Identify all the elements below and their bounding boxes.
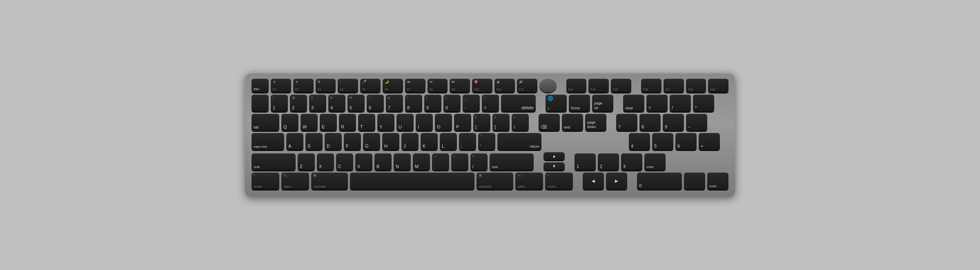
- key-backspace-fn[interactable]: ⌫: [539, 114, 560, 131]
- key-command-right[interactable]: ⌘ command: [477, 173, 513, 190]
- key-f[interactable]: F: [344, 133, 361, 150]
- key-2[interactable]: @ 2: [290, 95, 307, 112]
- key-num-8[interactable]: 8: [639, 114, 661, 131]
- key-command-left[interactable]: ⌘ command: [311, 173, 348, 190]
- key-p[interactable]: P: [454, 114, 471, 131]
- key-f2[interactable]: ☀ F2: [293, 79, 314, 93]
- key-end[interactable]: end: [562, 114, 583, 131]
- key-3[interactable]: # 3: [309, 95, 326, 112]
- key-y[interactable]: Y: [377, 114, 394, 131]
- key-num-dot[interactable]: .: [684, 173, 705, 190]
- key-f18[interactable]: F18: [686, 79, 706, 93]
- key-arrow-down[interactable]: ▼: [543, 162, 565, 170]
- key-n[interactable]: N: [394, 153, 411, 170]
- key-num-enter[interactable]: enter: [644, 153, 666, 170]
- key-9[interactable]: ( 9: [424, 95, 441, 112]
- key-0[interactable]: ) 0: [443, 95, 461, 112]
- key-k[interactable]: K: [421, 133, 438, 150]
- key-space[interactable]: [350, 173, 474, 190]
- key-minus[interactable]: _ -: [463, 95, 480, 112]
- key-num-2[interactable]: 2: [598, 153, 619, 170]
- key-f1[interactable]: ☀ F1: [271, 79, 291, 93]
- key-num-asterisk[interactable]: *: [693, 95, 714, 112]
- key-num-1[interactable]: 1: [575, 153, 596, 170]
- key-num-slash[interactable]: /: [670, 95, 691, 112]
- key-num-equals[interactable]: =: [646, 95, 668, 112]
- key-backtick[interactable]: ~ `: [252, 95, 269, 112]
- key-8[interactable]: * 8: [405, 95, 422, 112]
- key-b[interactable]: B: [374, 153, 392, 170]
- key-5[interactable]: % 5: [347, 95, 365, 112]
- key-backslash[interactable]: | \: [512, 114, 529, 131]
- key-1[interactable]: ! 1: [271, 95, 288, 112]
- key-shift-right[interactable]: shift: [490, 153, 534, 170]
- key-return[interactable]: return: [497, 133, 541, 150]
- key-pageup[interactable]: pageup: [592, 95, 613, 112]
- key-f19[interactable]: F19: [708, 79, 728, 93]
- key-home[interactable]: home: [569, 95, 590, 112]
- key-arrow-left[interactable]: ◀: [583, 173, 604, 190]
- key-d[interactable]: D: [325, 133, 342, 150]
- key-arrow-right[interactable]: ▶: [606, 173, 627, 190]
- key-tab[interactable]: tab: [252, 114, 279, 131]
- key-num-9[interactable]: 9: [663, 114, 684, 131]
- key-z[interactable]: Z: [298, 153, 315, 170]
- key-semicolon[interactable]: : ;: [459, 133, 476, 150]
- key-globe[interactable]: 🌐 fn: [546, 95, 567, 112]
- key-f17[interactable]: F17: [664, 79, 684, 93]
- key-v[interactable]: V: [355, 153, 372, 170]
- key-a[interactable]: A: [286, 133, 303, 150]
- key-g[interactable]: G: [363, 133, 380, 150]
- key-arrow-up[interactable]: ▲: [543, 152, 565, 160]
- key-t[interactable]: T: [358, 114, 375, 131]
- key-num-enter-bottom[interactable]: enter: [707, 173, 728, 190]
- key-num-0[interactable]: 0: [637, 173, 682, 190]
- key-equals[interactable]: + =: [482, 95, 499, 112]
- key-f9[interactable]: ⏭ F9: [450, 79, 470, 93]
- key-f15[interactable]: F15: [611, 79, 631, 93]
- key-power[interactable]: [539, 79, 557, 93]
- key-6[interactable]: ^ 6: [367, 95, 384, 112]
- key-m[interactable]: M: [413, 153, 430, 170]
- key-r[interactable]: R: [339, 114, 356, 131]
- key-f11[interactable]: 🔉 F11: [494, 79, 515, 93]
- key-o[interactable]: O: [435, 114, 452, 131]
- key-shift-left[interactable]: shift: [252, 153, 296, 170]
- key-f4[interactable]: ⌕ F4: [338, 79, 358, 93]
- key-f13[interactable]: F13: [566, 79, 587, 93]
- key-f16[interactable]: F16: [641, 79, 662, 93]
- key-e[interactable]: E: [320, 114, 337, 131]
- key-lbracket[interactable]: { [: [473, 114, 490, 131]
- key-f7[interactable]: ⏮ F7: [405, 79, 425, 93]
- key-num-7[interactable]: 7: [616, 114, 637, 131]
- key-f8[interactable]: ⏯ F8: [428, 79, 448, 93]
- key-quote[interactable]: " ': [478, 133, 495, 150]
- key-s[interactable]: S: [305, 133, 323, 150]
- key-clear[interactable]: clear: [623, 95, 644, 112]
- key-i[interactable]: I: [416, 114, 433, 131]
- key-option-left[interactable]: ⌥ option: [281, 173, 309, 190]
- key-c[interactable]: C: [336, 153, 353, 170]
- key-f10[interactable]: 🔇 F10: [472, 79, 492, 93]
- key-num-minus[interactable]: −: [686, 114, 707, 131]
- key-esc[interactable]: esc: [252, 79, 269, 93]
- key-f5[interactable]: 🎤 F5: [360, 79, 381, 93]
- key-w[interactable]: W: [301, 114, 318, 131]
- key-x[interactable]: X: [317, 153, 334, 170]
- key-option-right[interactable]: ⌥ option: [515, 173, 543, 190]
- key-slash[interactable]: ? /: [470, 153, 488, 170]
- key-num-plus[interactable]: +: [699, 133, 720, 150]
- key-u[interactable]: U: [396, 114, 414, 131]
- key-num-3[interactable]: 3: [621, 153, 642, 170]
- key-comma[interactable]: < ,: [432, 153, 449, 170]
- key-l[interactable]: L: [440, 133, 457, 150]
- key-f6[interactable]: 🌙 F6: [383, 79, 403, 93]
- key-7[interactable]: & 7: [386, 95, 403, 112]
- key-4[interactable]: $ 4: [328, 95, 345, 112]
- key-capslock[interactable]: caps lock: [252, 133, 284, 150]
- key-pagedown[interactable]: pagedown: [585, 114, 606, 131]
- key-f3[interactable]: ⊞ F3: [316, 79, 336, 93]
- key-ctrl-right[interactable]: ^ control: [545, 173, 573, 190]
- key-h[interactable]: H: [382, 133, 399, 150]
- key-num-4[interactable]: 4: [629, 133, 650, 150]
